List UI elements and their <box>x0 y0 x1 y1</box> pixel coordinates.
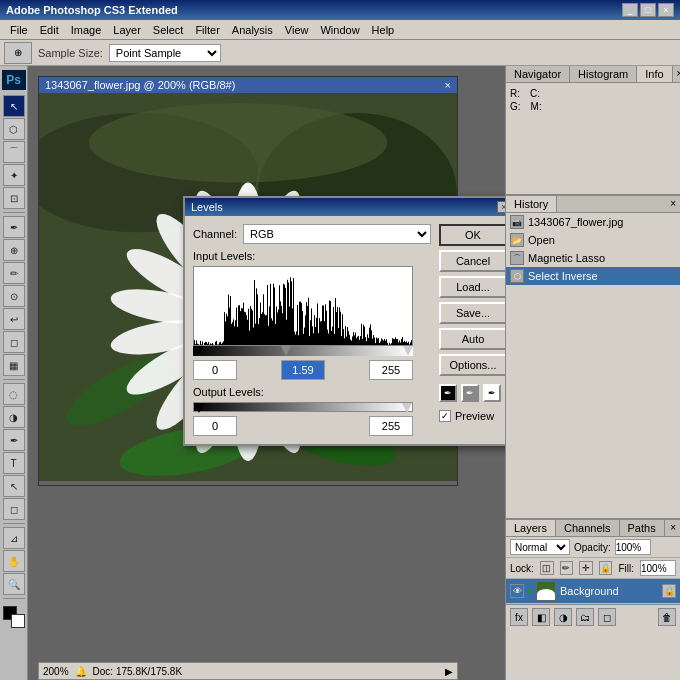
tab-layers[interactable]: Layers <box>506 520 556 536</box>
midpoint-handle[interactable] <box>281 346 291 356</box>
title-bar-buttons[interactable]: _ □ × <box>622 3 674 17</box>
tool-quick-select[interactable]: ✦ <box>3 164 25 186</box>
add-layer-style-button[interactable]: fx <box>510 608 528 626</box>
tool-clone[interactable]: ⊙ <box>3 285 25 307</box>
menu-layer[interactable]: Layer <box>107 22 147 38</box>
menu-image[interactable]: Image <box>65 22 108 38</box>
color-swatches[interactable] <box>3 606 25 628</box>
output-max-field[interactable] <box>369 416 413 436</box>
close-button[interactable]: × <box>658 3 674 17</box>
tool-lasso[interactable]: ⌒ <box>3 141 25 163</box>
save-button[interactable]: Save... <box>439 302 505 324</box>
tool-path-select[interactable]: ↖ <box>3 475 25 497</box>
tool-pen[interactable]: ✒ <box>3 429 25 451</box>
maximize-button[interactable]: □ <box>640 3 656 17</box>
tab-history[interactable]: History <box>506 196 557 212</box>
menu-edit[interactable]: Edit <box>34 22 65 38</box>
tool-blur[interactable]: ◌ <box>3 383 25 405</box>
black-point-handle[interactable] <box>193 346 203 356</box>
new-group-button[interactable]: 🗂 <box>576 608 594 626</box>
white-point-handle[interactable] <box>403 346 413 357</box>
output-level-inputs <box>193 416 413 436</box>
menu-view[interactable]: View <box>279 22 315 38</box>
tool-hand[interactable]: ✋ <box>3 550 25 572</box>
tab-navigator[interactable]: Navigator <box>506 66 570 82</box>
ok-button[interactable]: OK <box>439 224 505 246</box>
history-item-1[interactable]: 📂 Open <box>506 231 680 249</box>
blend-mode-select[interactable]: Normal Multiply Screen <box>510 539 570 555</box>
lock-position[interactable]: ✛ <box>579 561 593 575</box>
canvas-close-icon[interactable]: × <box>445 79 451 91</box>
tab-channels[interactable]: Channels <box>556 520 619 536</box>
output-white-handle[interactable] <box>402 403 412 413</box>
preview-checkbox[interactable]: ✓ <box>439 410 451 422</box>
input-slider-track[interactable] <box>193 346 413 356</box>
new-fill-button[interactable]: ◑ <box>554 608 572 626</box>
dialog-close-button[interactable]: × <box>497 201 505 213</box>
delete-layer-button[interactable]: 🗑 <box>658 608 676 626</box>
tool-dodge[interactable]: ◑ <box>3 406 25 428</box>
opacity-input[interactable] <box>615 539 651 555</box>
fill-input[interactable] <box>640 560 676 576</box>
tool-shape[interactable]: ◻ <box>3 498 25 520</box>
auto-button[interactable]: Auto <box>439 328 505 350</box>
load-button[interactable]: Load... <box>439 276 505 298</box>
input-max-field[interactable] <box>369 360 413 380</box>
output-min-field[interactable] <box>193 416 237 436</box>
gray-eyedropper[interactable]: ✒ <box>461 384 479 402</box>
minimize-button[interactable]: _ <box>622 3 638 17</box>
tool-brush[interactable]: ✏ <box>3 262 25 284</box>
history-item-3[interactable]: ⬡ Select Inverse <box>506 267 680 285</box>
tool-3d[interactable]: ⊿ <box>3 527 25 549</box>
lock-image[interactable]: ✏ <box>560 561 574 575</box>
tool-gradient[interactable]: ▦ <box>3 354 25 376</box>
tool-eraser[interactable]: ◻ <box>3 331 25 353</box>
menu-select[interactable]: Select <box>147 22 190 38</box>
background-color[interactable] <box>11 614 25 628</box>
tab-info[interactable]: Info <box>637 66 672 82</box>
scroll-right[interactable]: ▶ <box>445 666 453 677</box>
tool-crop[interactable]: ⊡ <box>3 187 25 209</box>
lock-all[interactable]: 🔒 <box>599 561 613 575</box>
options-button[interactable]: Options... <box>439 354 505 376</box>
output-black-handle[interactable] <box>194 403 204 413</box>
menu-filter[interactable]: Filter <box>189 22 225 38</box>
sample-size-select[interactable]: Point Sample 3 by 3 Average 5 by 5 Avera… <box>109 44 221 62</box>
black-eyedropper[interactable]: ✒ <box>439 384 457 402</box>
white-eyedropper[interactable]: ✒ <box>483 384 501 402</box>
history-panel-close[interactable]: × <box>666 196 680 212</box>
layers-panel-close[interactable]: × <box>666 520 680 536</box>
history-item-2[interactable]: ⌒ Magnetic Lasso <box>506 249 680 267</box>
background-layer-row[interactable]: 👁 Background 🔒 <box>506 579 680 604</box>
history-item-0[interactable]: 📷 1343067_flower.jpg <box>506 213 680 231</box>
add-mask-button[interactable]: ◧ <box>532 608 550 626</box>
left-toolbar: Ps ↖ ⬡ ⌒ ✦ ⊡ ✒ ⊕ ✏ ⊙ ↩ ◻ ▦ ◌ ◑ ✒ T ↖ ◻ ⊿… <box>0 66 28 680</box>
opacity-label: Opacity: <box>574 542 611 553</box>
tab-histogram[interactable]: Histogram <box>570 66 637 82</box>
tool-marquee[interactable]: ⬡ <box>3 118 25 140</box>
output-slider-track[interactable] <box>193 402 413 412</box>
lock-transparency[interactable]: ◫ <box>540 561 554 575</box>
levels-dialog: Levels × Channel: RGB Red Green Blue <box>183 196 505 446</box>
tool-text[interactable]: T <box>3 452 25 474</box>
input-mid-field[interactable] <box>281 360 325 380</box>
channel-select[interactable]: RGB Red Green Blue <box>243 224 431 244</box>
tool-zoom[interactable]: 🔍 <box>3 573 25 595</box>
layer-visibility[interactable]: 👁 <box>510 584 524 598</box>
layer-link-indicator <box>528 589 532 593</box>
tool-eyedropper[interactable]: ✒ <box>3 216 25 238</box>
preview-row: ✓ Preview <box>439 410 505 422</box>
menu-help[interactable]: Help <box>366 22 401 38</box>
cancel-button[interactable]: Cancel <box>439 250 505 272</box>
svg-point-3 <box>89 103 387 183</box>
menu-file[interactable]: File <box>4 22 34 38</box>
new-layer-button[interactable]: ◻ <box>598 608 616 626</box>
menu-analysis[interactable]: Analysis <box>226 22 279 38</box>
tab-paths[interactable]: Paths <box>620 520 665 536</box>
tool-heal[interactable]: ⊕ <box>3 239 25 261</box>
nav-panel-close[interactable]: × <box>673 66 680 82</box>
tool-history[interactable]: ↩ <box>3 308 25 330</box>
tool-move[interactable]: ↖ <box>3 95 25 117</box>
input-min-field[interactable] <box>193 360 237 380</box>
menu-window[interactable]: Window <box>314 22 365 38</box>
